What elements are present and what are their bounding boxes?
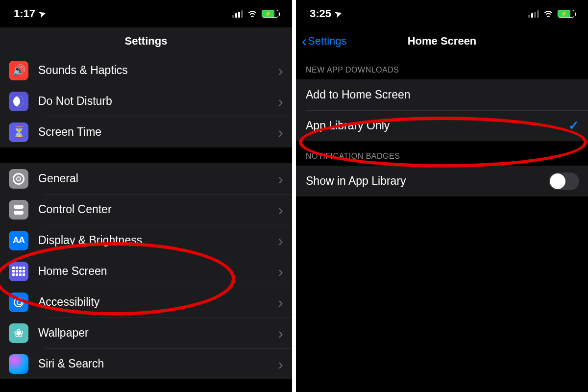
option-app-library-only[interactable]: App Library Only ✓	[296, 110, 588, 141]
cellular-signal-icon	[232, 10, 243, 18]
battery-icon: ⚡	[262, 10, 278, 18]
nav-bar: Settings	[0, 27, 292, 55]
status-time: 3:25	[310, 7, 331, 20]
chevron-right-icon: ›	[278, 63, 283, 78]
chevron-right-icon: ›	[278, 233, 283, 248]
show-in-app-library-toggle[interactable]	[549, 172, 579, 190]
chevron-right-icon: ›	[278, 294, 283, 310]
location-services-icon: ➤	[38, 8, 48, 20]
chevron-right-icon: ›	[278, 325, 283, 341]
home-screen-settings-screen: 3:25 ➤ ⚡ ‹ Settings Home Screen NEW APP …	[296, 0, 588, 392]
row-label: Add to Home Screen	[306, 88, 579, 101]
status-bar: 1:17 ➤ ⚡	[0, 0, 292, 27]
row-label: Display & Brightness	[38, 234, 278, 247]
toggles-icon	[9, 200, 28, 220]
row-accessibility[interactable]: Accessibility ›	[0, 287, 292, 318]
checkmark-icon: ✓	[568, 118, 579, 133]
back-button[interactable]: ‹ Settings	[302, 34, 347, 49]
row-label: App Library Only	[306, 119, 568, 132]
section-header-new-app-downloads: NEW APP DOWNLOADS	[296, 55, 588, 79]
row-label: Siri & Search	[38, 357, 278, 370]
row-show-in-app-library: Show in App Library	[296, 166, 588, 196]
cellular-signal-icon	[528, 10, 539, 18]
chevron-right-icon: ›	[278, 264, 283, 279]
row-label: Home Screen	[38, 265, 278, 278]
chevron-right-icon: ›	[278, 202, 283, 218]
option-add-to-home-screen[interactable]: Add to Home Screen	[296, 79, 588, 110]
location-services-icon: ➤	[334, 8, 343, 20]
row-screen-time[interactable]: ⏳ Screen Time ›	[0, 117, 292, 147]
row-wallpaper[interactable]: ❀ Wallpaper ›	[0, 318, 292, 348]
row-label: Wallpaper	[38, 326, 278, 340]
wifi-icon	[247, 9, 258, 19]
row-control-center[interactable]: Control Center ›	[0, 194, 292, 225]
chevron-right-icon: ›	[278, 94, 283, 109]
row-general[interactable]: General ›	[0, 163, 292, 194]
chevron-right-icon: ›	[278, 124, 283, 140]
moon-icon	[9, 92, 28, 111]
row-label: Sounds & Haptics	[38, 64, 278, 77]
screenshot-divider	[292, 0, 296, 392]
hourglass-icon: ⏳	[9, 122, 28, 142]
section-header-notification-badges: NOTIFICATION BADGES	[296, 141, 588, 166]
gear-icon	[9, 169, 28, 189]
siri-icon	[9, 354, 28, 374]
speaker-icon: 🔊	[9, 61, 28, 80]
chevron-right-icon: ›	[278, 356, 283, 372]
row-label: General	[38, 172, 278, 185]
row-do-not-disturb[interactable]: Do Not Disturb ›	[0, 86, 292, 117]
status-time: 1:17	[14, 7, 35, 20]
row-display-brightness[interactable]: AA Display & Brightness ›	[0, 225, 292, 256]
settings-group-1: 🔊 Sounds & Haptics › Do Not Disturb › ⏳ …	[0, 55, 292, 147]
accessibility-icon	[9, 293, 28, 312]
row-home-screen[interactable]: Home Screen ›	[0, 256, 292, 287]
nav-bar: ‹ Settings Home Screen	[296, 27, 588, 55]
page-title: Settings	[0, 35, 292, 48]
row-label: Screen Time	[38, 125, 278, 139]
chevron-left-icon: ‹	[302, 34, 307, 49]
wifi-icon	[543, 9, 554, 19]
settings-group-2: General › Control Center › AA Display & …	[0, 163, 292, 379]
chevron-right-icon: ›	[278, 171, 283, 187]
status-bar: 3:25 ➤ ⚡	[296, 0, 588, 27]
battery-icon: ⚡	[558, 10, 574, 18]
row-sounds-haptics[interactable]: 🔊 Sounds & Haptics ›	[0, 55, 292, 86]
row-siri-search[interactable]: Siri & Search ›	[0, 348, 292, 379]
app-grid-icon	[9, 262, 28, 281]
settings-screen: 1:17 ➤ ⚡ Settings 🔊 Sounds & Haptics ›	[0, 0, 292, 392]
flower-icon: ❀	[9, 323, 28, 343]
text-size-icon: AA	[9, 231, 28, 250]
back-label: Settings	[308, 35, 347, 48]
row-label: Show in App Library	[306, 174, 549, 188]
row-label: Accessibility	[38, 295, 278, 309]
row-label: Do Not Disturb	[38, 95, 278, 108]
row-label: Control Center	[38, 203, 278, 216]
